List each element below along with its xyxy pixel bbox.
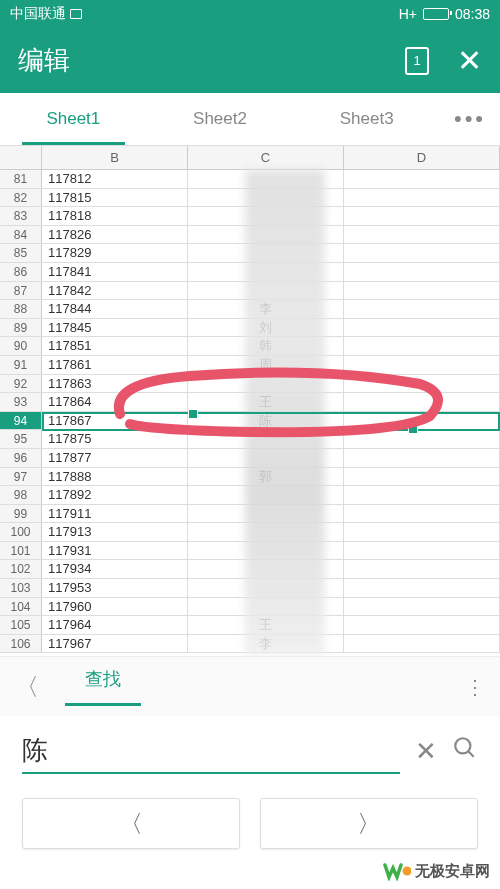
- row-header[interactable]: 103: [0, 579, 42, 597]
- cell[interactable]: [344, 616, 500, 634]
- row-header[interactable]: 99: [0, 505, 42, 523]
- cell[interactable]: 117841: [42, 263, 188, 281]
- table-row[interactable]: 88117844李: [0, 300, 500, 319]
- row-header[interactable]: 100: [0, 523, 42, 541]
- cell[interactable]: [188, 542, 344, 560]
- cell[interactable]: 117818: [42, 207, 188, 225]
- cell[interactable]: [344, 244, 500, 262]
- row-header[interactable]: 83: [0, 207, 42, 225]
- cell[interactable]: 117967: [42, 635, 188, 653]
- col-header-b[interactable]: B: [42, 146, 188, 169]
- cell[interactable]: 陈: [188, 412, 344, 430]
- row-header[interactable]: 82: [0, 189, 42, 207]
- table-row[interactable]: 89117845刘: [0, 319, 500, 338]
- row-header[interactable]: 97: [0, 468, 42, 486]
- cell[interactable]: 117931: [42, 542, 188, 560]
- cell[interactable]: [344, 468, 500, 486]
- cell[interactable]: 韩: [188, 337, 344, 355]
- document-icon[interactable]: 1: [405, 47, 429, 75]
- table-row[interactable]: 99117911: [0, 505, 500, 524]
- cell[interactable]: [344, 505, 500, 523]
- cell[interactable]: 117845: [42, 319, 188, 337]
- find-tab[interactable]: 查找: [65, 667, 141, 706]
- row-header[interactable]: 90: [0, 337, 42, 355]
- cell[interactable]: 刘: [188, 319, 344, 337]
- cell[interactable]: [344, 635, 500, 653]
- table-row[interactable]: 85117829: [0, 244, 500, 263]
- cell[interactable]: [344, 486, 500, 504]
- cell[interactable]: 117888: [42, 468, 188, 486]
- row-header[interactable]: 92: [0, 375, 42, 393]
- cell[interactable]: [344, 598, 500, 616]
- cell[interactable]: 117842: [42, 282, 188, 300]
- table-row[interactable]: 81117812: [0, 170, 500, 189]
- cell[interactable]: 117863: [42, 375, 188, 393]
- table-row[interactable]: 86117841: [0, 263, 500, 282]
- cell[interactable]: [344, 356, 500, 374]
- cell[interactable]: 117864: [42, 393, 188, 411]
- spreadsheet-grid[interactable]: B C D 8111781282117815831178188411782685…: [0, 146, 500, 656]
- table-row[interactable]: 83117818: [0, 207, 500, 226]
- cell[interactable]: 117867: [42, 412, 188, 430]
- cell[interactable]: [344, 282, 500, 300]
- cell[interactable]: [188, 579, 344, 597]
- tab-sheet2[interactable]: Sheet2: [147, 93, 294, 145]
- cell[interactable]: [344, 542, 500, 560]
- cell[interactable]: [344, 579, 500, 597]
- search-icon[interactable]: [452, 735, 478, 768]
- row-header[interactable]: 101: [0, 542, 42, 560]
- row-header[interactable]: 91: [0, 356, 42, 374]
- tabs-more-button[interactable]: •••: [440, 106, 500, 132]
- table-row[interactable]: 94117867陈: [0, 412, 500, 431]
- cell[interactable]: 117877: [42, 449, 188, 467]
- back-button[interactable]: 〈: [15, 671, 55, 703]
- cell[interactable]: 117892: [42, 486, 188, 504]
- table-row[interactable]: 90117851韩: [0, 337, 500, 356]
- cell[interactable]: [188, 486, 344, 504]
- table-row[interactable]: 105117964王: [0, 616, 500, 635]
- row-header[interactable]: 102: [0, 560, 42, 578]
- row-header[interactable]: 96: [0, 449, 42, 467]
- search-input[interactable]: [22, 729, 400, 774]
- cell[interactable]: 117851: [42, 337, 188, 355]
- cell[interactable]: [188, 430, 344, 448]
- cell[interactable]: 117829: [42, 244, 188, 262]
- col-header-c[interactable]: C: [188, 146, 344, 169]
- cell[interactable]: [344, 449, 500, 467]
- cell[interactable]: 117913: [42, 523, 188, 541]
- cell[interactable]: [344, 337, 500, 355]
- cell[interactable]: [344, 523, 500, 541]
- cell[interactable]: 117844: [42, 300, 188, 318]
- row-header[interactable]: 104: [0, 598, 42, 616]
- table-row[interactable]: 87117842: [0, 282, 500, 301]
- cell[interactable]: [188, 226, 344, 244]
- cell[interactable]: [344, 170, 500, 188]
- cell[interactable]: 117911: [42, 505, 188, 523]
- cell[interactable]: [188, 263, 344, 281]
- table-row[interactable]: 91117861周: [0, 356, 500, 375]
- cell[interactable]: [188, 505, 344, 523]
- tab-sheet1[interactable]: Sheet1: [0, 93, 147, 145]
- cell[interactable]: [188, 282, 344, 300]
- cell[interactable]: [188, 244, 344, 262]
- table-row[interactable]: 100117913: [0, 523, 500, 542]
- row-header[interactable]: 93: [0, 393, 42, 411]
- row-header[interactable]: 94: [0, 412, 42, 430]
- row-header[interactable]: 81: [0, 170, 42, 188]
- cell[interactable]: [188, 189, 344, 207]
- row-header[interactable]: 88: [0, 300, 42, 318]
- table-row[interactable]: 106117967李: [0, 635, 500, 654]
- cell[interactable]: [344, 375, 500, 393]
- table-row[interactable]: 96117877: [0, 449, 500, 468]
- cell[interactable]: 117875: [42, 430, 188, 448]
- cell[interactable]: [188, 449, 344, 467]
- table-row[interactable]: 104117960: [0, 598, 500, 617]
- row-header[interactable]: 89: [0, 319, 42, 337]
- cell[interactable]: 周: [188, 356, 344, 374]
- cell[interactable]: [344, 319, 500, 337]
- row-header[interactable]: 85: [0, 244, 42, 262]
- table-row[interactable]: 103117953: [0, 579, 500, 598]
- cell[interactable]: 117953: [42, 579, 188, 597]
- cell[interactable]: [344, 560, 500, 578]
- table-row[interactable]: 97117888郭: [0, 468, 500, 487]
